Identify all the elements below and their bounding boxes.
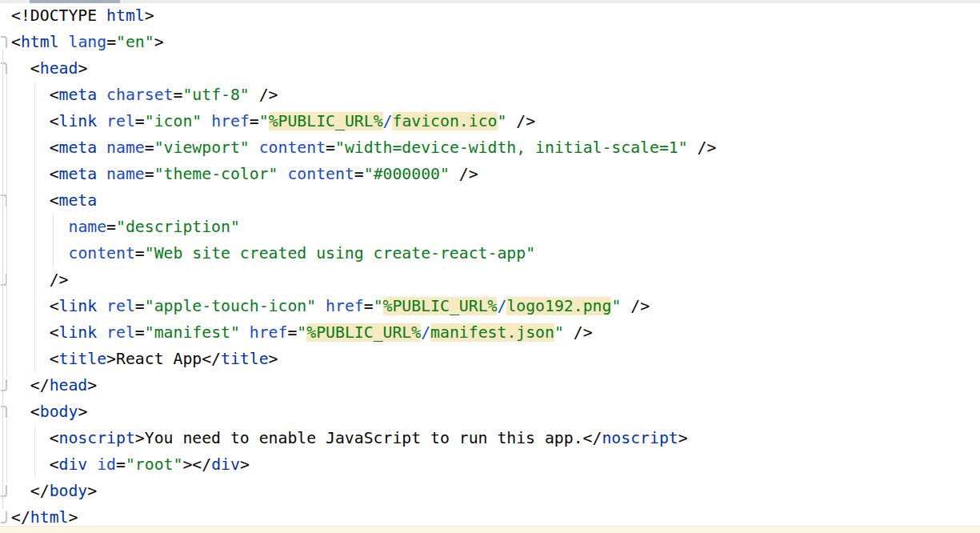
code-token: < [11,33,21,51]
code-token: = [135,297,145,315]
code-token: > [78,59,87,78]
code-token: "manifest" [145,323,240,342]
code-token: > [87,482,97,500]
code-token: link [59,297,98,315]
code-line[interactable]: </body> [0,478,980,504]
code-token: meta [59,191,98,210]
code-token: head [40,59,78,78]
code-token: rel [106,297,135,315]
code-token: head [50,376,88,395]
code-token [278,165,288,183]
code-token [11,218,68,236]
code-line[interactable]: name="description" [0,214,980,240]
fold-region-line [2,50,3,509]
code-line[interactable]: <!DOCTYPE html> [0,2,980,29]
code-token [250,138,259,157]
code-token: /> [621,297,650,315]
code-token: "theme-color" [154,165,278,183]
code-token: </ [192,455,211,474]
code-token: body [50,482,88,500]
code-token: title [59,350,107,368]
code-line[interactable]: <meta name="viewport" content="width=dev… [0,134,980,161]
code-token: id [97,455,116,474]
code-token: /> [11,271,68,289]
code-token [316,297,326,315]
indent-guide [53,214,54,266]
code-token: = [106,33,116,51]
fold-marker[interactable] [1,36,7,48]
code-token: "utf-8" [182,86,249,104]
code-token: > [135,429,145,447]
code-token: meta [59,86,98,104]
code-line[interactable]: <body> [0,399,980,425]
code-token: title [221,350,269,368]
code-token: body [40,403,78,421]
code-token: " [498,112,507,130]
code-token [202,112,211,130]
code-token: "root" [126,455,182,474]
code-token: > [182,455,192,474]
code-token: " [259,112,269,130]
code-line[interactable]: <meta charset="utf-8" /> [0,82,980,108]
code-token: div [59,455,88,474]
fold-marker[interactable] [1,511,7,523]
code-token [11,244,68,262]
code-token: rel [106,323,135,342]
code-token: /> [564,323,593,342]
code-line[interactable]: <link rel="apple-touch-icon" href="%PUBL… [0,293,980,319]
code-token: "apple-touch-icon" [145,297,316,315]
code-line[interactable]: <head> [0,55,980,82]
code-line[interactable]: <html lang="en"> [0,29,980,55]
code-token: </ [11,482,50,500]
code-token: html [106,6,145,25]
code-token: = [250,112,259,130]
code-token: name [106,165,145,183]
code-line[interactable]: <link rel="manifest" href="%PUBLIC_URL%/… [0,319,980,346]
code-token: > [678,429,688,447]
code-token: /> [450,165,478,183]
indent-guide [34,82,35,372]
code-token: logo192.png [506,297,611,315]
code-token: "Web site created using create-react-app… [145,244,535,262]
code-token [97,138,106,157]
code-line[interactable]: /> [0,266,980,293]
code-token: > [106,350,116,368]
code-token [97,165,106,183]
code-token: %PUBLIC_URL% [383,297,498,315]
code-token: < [11,59,40,78]
code-token: = [116,455,126,474]
code-line[interactable]: <title>React App</title> [0,346,980,372]
code-line[interactable]: <div id="root"></div> [0,451,980,478]
code-token: href [250,323,288,342]
code-token: = [145,165,154,183]
code-token: = [135,323,145,342]
code-token: %PUBLIC_URL% [269,112,383,130]
code-token: div [211,455,240,474]
code-token [97,297,106,315]
code-token: " [554,323,564,342]
code-line[interactable]: <link rel="icon" href="%PUBLIC_URL%/favi… [0,108,980,134]
code-token: %PUBLIC_URL% [306,323,421,342]
code-line[interactable]: <noscript>You need to enable JavaScript … [0,425,980,451]
code-token: noscript [59,429,135,447]
code-token: React App [116,350,202,368]
code-token [97,112,106,130]
code-token: "icon" [145,112,202,130]
code-token: name [68,218,106,236]
code-token: link [59,112,98,130]
code-line[interactable]: content="Web site created using create-r… [0,240,980,266]
code-token: You need to enable JavaScript to run thi… [145,429,583,447]
fold-region-line [6,76,7,377]
code-line[interactable]: <meta [0,187,980,214]
code-token: > [240,455,250,474]
code-line[interactable]: </head> [0,372,980,399]
code-token: "#000000" [364,165,450,183]
code-area[interactable]: <!DOCTYPE html><html lang="en"> <head> <… [0,2,980,531]
code-token: < [11,403,40,421]
code-token: manifest.json [430,323,554,342]
code-token [59,33,69,51]
code-token: content [259,138,326,157]
code-token: lang [68,33,106,51]
code-line[interactable]: <meta name="theme-color" content="#00000… [0,161,980,187]
code-token: = [135,244,145,262]
